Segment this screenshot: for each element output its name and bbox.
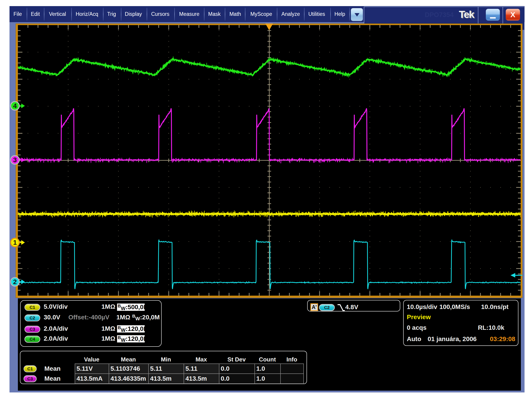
svg-text:2: 2	[13, 278, 17, 286]
svg-text:1: 1	[13, 239, 17, 246]
svg-text:4: 4	[13, 102, 17, 109]
svg-text:3: 3	[13, 156, 17, 163]
